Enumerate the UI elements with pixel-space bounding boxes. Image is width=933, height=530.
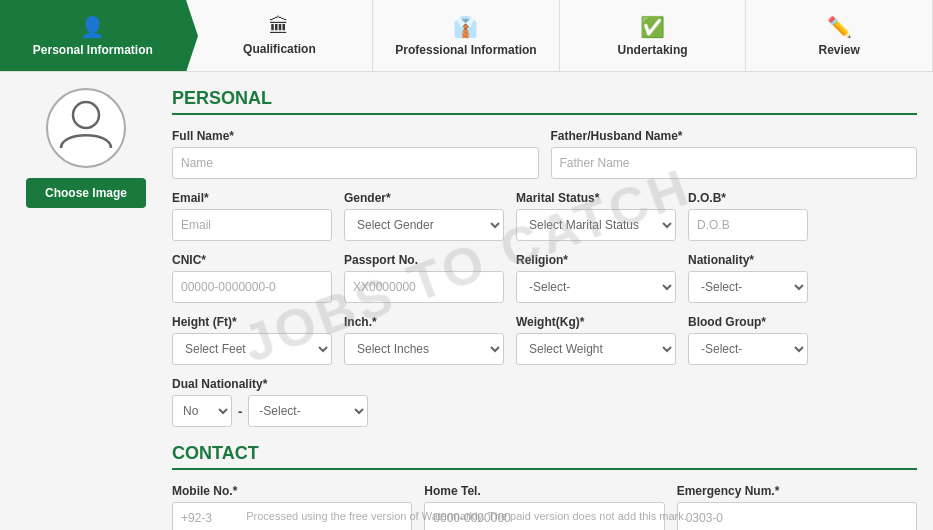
dob-label: D.O.B*: [688, 191, 808, 205]
dual-country-select[interactable]: -Select- Pakistan: [248, 395, 368, 427]
marital-status-select[interactable]: Select Marital Status Single Married: [516, 209, 676, 241]
emergency-input[interactable]: [677, 502, 917, 530]
height-inch-label: Inch.*: [344, 315, 504, 329]
field-marital-status: Marital Status* Select Marital Status Si…: [516, 191, 676, 241]
passport-label: Passport No.: [344, 253, 504, 267]
cnic-input[interactable]: [172, 271, 332, 303]
height-ft-label: Height (Ft)*: [172, 315, 332, 329]
field-height-ft: Height (Ft)* Select Feet 4 5 6: [172, 315, 332, 365]
gender-select[interactable]: Select Gender Male Female: [344, 209, 504, 241]
field-emergency: Emergency Num.*: [677, 484, 917, 530]
home-tel-input[interactable]: [424, 502, 664, 530]
tab-personal-label: Personal Information: [33, 43, 153, 57]
field-cnic: CNIC*: [172, 253, 332, 303]
father-name-label: Father/Husband Name*: [551, 129, 918, 143]
field-dual-nationality: Dual Nationality* No Yes - -Select- Paki…: [172, 377, 368, 427]
tab-undertaking[interactable]: ✅ Undertaking: [560, 0, 747, 71]
navigation-tabs: 👤 Personal Information 🏛 Qualification 👔…: [0, 0, 933, 72]
gender-label: Gender*: [344, 191, 504, 205]
tab-professional-label: Professional Information: [395, 43, 536, 57]
tab-undertaking-label: Undertaking: [618, 43, 688, 57]
mobile-input[interactable]: [172, 502, 412, 530]
form-area: PERSONAL Full Name* Father/Husband Name*…: [172, 88, 917, 514]
email-label: Email*: [172, 191, 332, 205]
dual-dash: -: [238, 404, 242, 419]
field-gender: Gender* Select Gender Male Female: [344, 191, 504, 241]
dob-input[interactable]: [688, 209, 808, 241]
row-name: Full Name* Father/Husband Name*: [172, 129, 917, 179]
field-mobile: Mobile No.*: [172, 484, 412, 530]
marital-status-label: Marital Status*: [516, 191, 676, 205]
height-ft-select[interactable]: Select Feet 4 5 6: [172, 333, 332, 365]
tab-review[interactable]: ✏️ Review: [746, 0, 933, 71]
review-icon: ✏️: [827, 15, 852, 39]
religion-label: Religion*: [516, 253, 676, 267]
field-full-name: Full Name*: [172, 129, 539, 179]
field-home-tel: Home Tel.: [424, 484, 664, 530]
tab-personal[interactable]: 👤 Personal Information: [0, 0, 187, 71]
religion-select[interactable]: -Select- Islam: [516, 271, 676, 303]
field-dob: D.O.B*: [688, 191, 808, 241]
email-input[interactable]: [172, 209, 332, 241]
tab-professional[interactable]: 👔 Professional Information: [373, 0, 560, 71]
weight-select[interactable]: Select Weight 50 60 70: [516, 333, 676, 365]
field-weight: Weight(Kg)* Select Weight 50 60 70: [516, 315, 676, 365]
height-inch-select[interactable]: Select Inches 0 6: [344, 333, 504, 365]
blood-group-select[interactable]: -Select- A+ B+ O+: [688, 333, 808, 365]
dual-no-select[interactable]: No Yes: [172, 395, 232, 427]
field-blood-group: Blood Group* -Select- A+ B+ O+: [688, 315, 808, 365]
svg-point-0: [73, 102, 99, 128]
field-nationality: Nationality* -Select- Pakistani: [688, 253, 808, 303]
row-email-gender: Email* Gender* Select Gender Male Female…: [172, 191, 917, 241]
nationality-label: Nationality*: [688, 253, 808, 267]
personal-icon: 👤: [80, 15, 105, 39]
undertaking-icon: ✅: [640, 15, 665, 39]
field-religion: Religion* -Select- Islam: [516, 253, 676, 303]
dual-nationality-controls: No Yes - -Select- Pakistan: [172, 395, 368, 427]
dual-nationality-label: Dual Nationality*: [172, 377, 368, 391]
personal-section-title: PERSONAL: [172, 88, 917, 115]
tab-qualification-label: Qualification: [243, 42, 316, 56]
avatar-icon: [56, 93, 116, 164]
contact-section: CONTACT Mobile No.* Home Tel. Emergency …: [172, 443, 917, 530]
emergency-label: Emergency Num.*: [677, 484, 917, 498]
contact-section-title: CONTACT: [172, 443, 917, 470]
choose-image-button[interactable]: Choose Image: [26, 178, 146, 208]
field-father-name: Father/Husband Name*: [551, 129, 918, 179]
tab-qualification[interactable]: 🏛 Qualification: [187, 0, 374, 71]
row-cnic-passport: CNIC* Passport No. Religion* -Select- Is…: [172, 253, 917, 303]
row-dual-nationality: Dual Nationality* No Yes - -Select- Paki…: [172, 377, 917, 427]
main-content: Choose Image PERSONAL Full Name* Father/…: [0, 72, 933, 530]
field-height-inch: Inch.* Select Inches 0 6: [344, 315, 504, 365]
home-tel-label: Home Tel.: [424, 484, 664, 498]
field-email: Email*: [172, 191, 332, 241]
field-passport: Passport No.: [344, 253, 504, 303]
sidebar: Choose Image: [16, 88, 156, 514]
professional-icon: 👔: [453, 15, 478, 39]
weight-label: Weight(Kg)*: [516, 315, 676, 329]
full-name-input[interactable]: [172, 147, 539, 179]
full-name-label: Full Name*: [172, 129, 539, 143]
mobile-label: Mobile No.*: [172, 484, 412, 498]
blood-group-label: Blood Group*: [688, 315, 808, 329]
passport-input[interactable]: [344, 271, 504, 303]
avatar: [46, 88, 126, 168]
qualification-icon: 🏛: [269, 15, 289, 38]
nationality-select[interactable]: -Select- Pakistani: [688, 271, 808, 303]
row-contact: Mobile No.* Home Tel. Emergency Num.*: [172, 484, 917, 530]
row-height-weight: Height (Ft)* Select Feet 4 5 6 Inch.* Se…: [172, 315, 917, 365]
father-name-input[interactable]: [551, 147, 918, 179]
cnic-label: CNIC*: [172, 253, 332, 267]
tab-review-label: Review: [818, 43, 859, 57]
